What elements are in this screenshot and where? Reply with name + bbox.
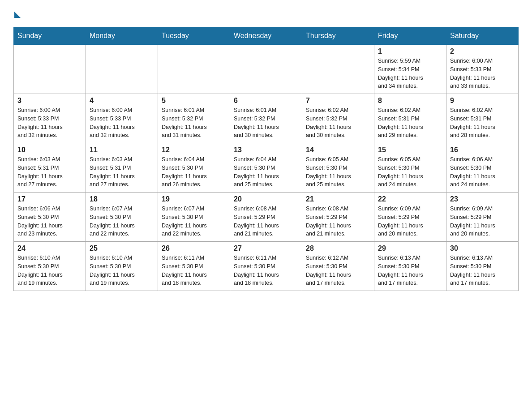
day-number: 28	[306, 244, 370, 253]
day-info: Sunrise: 6:09 AMSunset: 5:29 PMDaylight:…	[378, 205, 442, 238]
calendar-cell	[302, 45, 374, 94]
day-info: Sunrise: 6:08 AMSunset: 5:29 PMDaylight:…	[306, 205, 370, 238]
day-info: Sunrise: 6:01 AMSunset: 5:32 PMDaylight:…	[234, 106, 298, 140]
day-info: Sunrise: 6:07 AMSunset: 5:30 PMDaylight:…	[90, 205, 154, 238]
calendar-cell: 18Sunrise: 6:07 AMSunset: 5:30 PMDayligh…	[86, 193, 158, 242]
day-info: Sunrise: 6:00 AMSunset: 5:33 PMDaylight:…	[17, 106, 82, 140]
calendar-cell: 30Sunrise: 6:13 AMSunset: 5:30 PMDayligh…	[446, 242, 519, 291]
day-number: 27	[234, 244, 298, 253]
day-info: Sunrise: 6:10 AMSunset: 5:30 PMDaylight:…	[90, 254, 154, 287]
day-info: Sunrise: 6:07 AMSunset: 5:30 PMDaylight:…	[162, 205, 226, 238]
day-number: 24	[17, 244, 82, 253]
day-number: 2	[450, 47, 515, 56]
weekday-header-sunday: Sunday	[14, 27, 86, 45]
calendar-cell: 10Sunrise: 6:03 AMSunset: 5:31 PMDayligh…	[14, 143, 86, 193]
day-info: Sunrise: 6:03 AMSunset: 5:31 PMDaylight:…	[90, 155, 154, 189]
calendar-cell	[230, 45, 302, 94]
calendar-cell: 3Sunrise: 6:00 AMSunset: 5:33 PMDaylight…	[14, 94, 86, 143]
calendar-cell: 2Sunrise: 6:00 AMSunset: 5:33 PMDaylight…	[446, 45, 519, 94]
calendar-cell: 16Sunrise: 6:06 AMSunset: 5:30 PMDayligh…	[446, 143, 519, 193]
week-row-5: 24Sunrise: 6:10 AMSunset: 5:30 PMDayligh…	[14, 242, 519, 291]
weekday-header-monday: Monday	[86, 27, 158, 45]
weekday-header-tuesday: Tuesday	[158, 27, 230, 45]
day-info: Sunrise: 6:13 AMSunset: 5:30 PMDaylight:…	[450, 254, 515, 287]
calendar-cell: 5Sunrise: 6:01 AMSunset: 5:32 PMDaylight…	[158, 94, 230, 143]
day-number: 19	[162, 195, 226, 203]
day-number: 16	[450, 146, 515, 154]
calendar-cell: 23Sunrise: 6:09 AMSunset: 5:29 PMDayligh…	[446, 193, 519, 242]
calendar-cell: 29Sunrise: 6:13 AMSunset: 5:30 PMDayligh…	[374, 242, 446, 291]
day-number: 12	[162, 146, 226, 154]
week-row-2: 3Sunrise: 6:00 AMSunset: 5:33 PMDaylight…	[14, 94, 519, 143]
day-info: Sunrise: 6:04 AMSunset: 5:30 PMDaylight:…	[234, 155, 298, 189]
day-number: 23	[450, 195, 515, 203]
day-number: 10	[17, 146, 82, 154]
day-number: 13	[234, 146, 298, 154]
day-info: Sunrise: 6:09 AMSunset: 5:29 PMDaylight:…	[450, 205, 515, 238]
calendar-cell: 19Sunrise: 6:07 AMSunset: 5:30 PMDayligh…	[158, 193, 230, 242]
day-number: 22	[378, 195, 442, 203]
day-number: 7	[306, 97, 370, 105]
calendar-cell: 1Sunrise: 5:59 AMSunset: 5:34 PMDaylight…	[374, 45, 446, 94]
day-number: 29	[378, 244, 442, 253]
calendar-cell	[14, 45, 86, 94]
weekday-header-saturday: Saturday	[446, 27, 519, 45]
logo-arrow-icon	[14, 12, 21, 18]
day-info: Sunrise: 6:05 AMSunset: 5:30 PMDaylight:…	[378, 155, 442, 189]
calendar-cell: 4Sunrise: 6:00 AMSunset: 5:33 PMDaylight…	[86, 94, 158, 143]
calendar-cell	[158, 45, 230, 94]
calendar-cell: 20Sunrise: 6:08 AMSunset: 5:29 PMDayligh…	[230, 193, 302, 242]
day-number: 14	[306, 146, 370, 154]
day-info: Sunrise: 5:59 AMSunset: 5:34 PMDaylight:…	[378, 57, 442, 90]
day-info: Sunrise: 6:01 AMSunset: 5:32 PMDaylight:…	[162, 106, 226, 140]
week-row-1: 1Sunrise: 5:59 AMSunset: 5:34 PMDaylight…	[14, 45, 519, 94]
calendar-cell: 9Sunrise: 6:02 AMSunset: 5:31 PMDaylight…	[446, 94, 519, 143]
day-info: Sunrise: 6:02 AMSunset: 5:31 PMDaylight:…	[450, 106, 515, 140]
day-info: Sunrise: 6:03 AMSunset: 5:31 PMDaylight:…	[17, 155, 82, 189]
weekday-header-friday: Friday	[374, 27, 446, 45]
day-number: 6	[234, 97, 298, 105]
calendar-cell: 22Sunrise: 6:09 AMSunset: 5:29 PMDayligh…	[374, 193, 446, 242]
weekday-header-thursday: Thursday	[302, 27, 374, 45]
day-number: 5	[162, 97, 226, 105]
day-info: Sunrise: 6:00 AMSunset: 5:33 PMDaylight:…	[450, 57, 515, 90]
day-number: 3	[17, 97, 82, 105]
calendar-cell: 8Sunrise: 6:02 AMSunset: 5:31 PMDaylight…	[374, 94, 446, 143]
calendar-cell: 15Sunrise: 6:05 AMSunset: 5:30 PMDayligh…	[374, 143, 446, 193]
day-info: Sunrise: 6:05 AMSunset: 5:30 PMDaylight:…	[306, 155, 370, 189]
day-info: Sunrise: 6:10 AMSunset: 5:30 PMDaylight:…	[17, 254, 82, 287]
calendar-cell: 21Sunrise: 6:08 AMSunset: 5:29 PMDayligh…	[302, 193, 374, 242]
calendar-cell: 26Sunrise: 6:11 AMSunset: 5:30 PMDayligh…	[158, 242, 230, 291]
calendar-cell: 11Sunrise: 6:03 AMSunset: 5:31 PMDayligh…	[86, 143, 158, 193]
day-number: 15	[378, 146, 442, 154]
day-number: 25	[90, 244, 154, 253]
calendar-cell: 24Sunrise: 6:10 AMSunset: 5:30 PMDayligh…	[14, 242, 86, 291]
calendar-cell: 25Sunrise: 6:10 AMSunset: 5:30 PMDayligh…	[86, 242, 158, 291]
day-number: 11	[90, 146, 154, 154]
day-number: 17	[17, 195, 82, 203]
day-info: Sunrise: 6:06 AMSunset: 5:30 PMDaylight:…	[17, 205, 82, 238]
page-header	[13, 9, 519, 18]
weekday-header-row: SundayMondayTuesdayWednesdayThursdayFrid…	[14, 27, 519, 45]
calendar-cell: 17Sunrise: 6:06 AMSunset: 5:30 PMDayligh…	[14, 193, 86, 242]
day-number: 30	[450, 244, 515, 253]
calendar-cell: 13Sunrise: 6:04 AMSunset: 5:30 PMDayligh…	[230, 143, 302, 193]
calendar-cell: 7Sunrise: 6:02 AMSunset: 5:32 PMDaylight…	[302, 94, 374, 143]
calendar-cell	[86, 45, 158, 94]
day-number: 4	[90, 97, 154, 105]
logo	[13, 9, 21, 18]
day-info: Sunrise: 6:13 AMSunset: 5:30 PMDaylight:…	[378, 254, 442, 287]
day-info: Sunrise: 6:00 AMSunset: 5:33 PMDaylight:…	[90, 106, 154, 140]
weekday-header-wednesday: Wednesday	[230, 27, 302, 45]
week-row-3: 10Sunrise: 6:03 AMSunset: 5:31 PMDayligh…	[14, 143, 519, 193]
day-number: 20	[234, 195, 298, 203]
calendar-table: SundayMondayTuesdayWednesdayThursdayFrid…	[13, 27, 519, 291]
day-number: 8	[378, 97, 442, 105]
day-info: Sunrise: 6:11 AMSunset: 5:30 PMDaylight:…	[234, 254, 298, 287]
day-info: Sunrise: 6:02 AMSunset: 5:32 PMDaylight:…	[306, 106, 370, 140]
day-info: Sunrise: 6:06 AMSunset: 5:30 PMDaylight:…	[450, 155, 515, 189]
calendar-cell: 27Sunrise: 6:11 AMSunset: 5:30 PMDayligh…	[230, 242, 302, 291]
day-info: Sunrise: 6:12 AMSunset: 5:30 PMDaylight:…	[306, 254, 370, 287]
logo-top	[13, 9, 21, 18]
day-number: 9	[450, 97, 515, 105]
